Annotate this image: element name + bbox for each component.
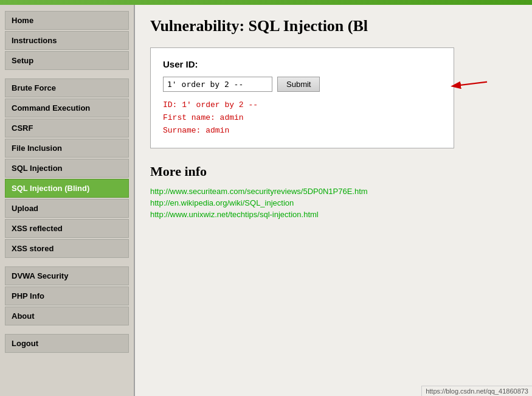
sidebar-item-dvwa-security[interactable]: DVWA Security (5, 266, 129, 285)
info-link-0[interactable]: http://www.securiteam.com/securityreview… (150, 187, 517, 196)
sidebar-section-1: Brute ForceCommand ExecutionCSRFFile Inc… (5, 78, 129, 258)
status-bar: https://blog.csdn.net/qq_41860873 (421, 386, 532, 396)
info-link-1[interactable]: http://en.wikipedia.org/wiki/SQL_injecti… (150, 198, 517, 207)
sidebar-item-command-execution[interactable]: Command Execution (5, 99, 129, 117)
arrow-indicator (447, 77, 490, 97)
sidebar-item-logout[interactable]: Logout (5, 334, 129, 353)
top-bar (0, 0, 532, 5)
info-links: http://www.securiteam.com/securityreview… (150, 187, 517, 219)
form-box: User ID: Submit ID: (150, 47, 454, 148)
sidebar-section-2: DVWA SecurityPHP InfoAbout (5, 266, 129, 325)
sidebar-item-php-info[interactable]: PHP Info (5, 287, 129, 305)
main-content: Vulnerability: SQL Injection (Bl User ID… (134, 5, 532, 396)
sidebar-section-3: Logout (5, 334, 129, 353)
sidebar-item-brute-force[interactable]: Brute Force (5, 78, 129, 97)
sidebar-item-instructions[interactable]: Instructions (5, 31, 129, 50)
sidebar-item-setup[interactable]: Setup (5, 51, 129, 70)
submit-button[interactable]: Submit (277, 77, 320, 92)
svg-line-1 (453, 82, 487, 86)
sidebar-item-home[interactable]: Home (5, 11, 129, 30)
sidebar-item-file-inclusion[interactable]: File Inclusion (5, 139, 129, 158)
more-info-title: More info (150, 164, 517, 179)
sidebar: HomeInstructionsSetupBrute ForceCommand … (0, 5, 134, 396)
sidebar-section-0: HomeInstructionsSetup (5, 11, 129, 70)
form-row: Submit (163, 77, 441, 92)
sidebar-item-sql-injection[interactable]: SQL Injection (5, 159, 129, 178)
page-title: Vulnerability: SQL Injection (Bl (150, 17, 517, 35)
result-line2: First name: admin (163, 112, 441, 125)
sidebar-item-sql-injection-blind[interactable]: SQL Injection (Blind) (5, 179, 129, 198)
result-line1: ID: 1' order by 2 -- (163, 99, 441, 112)
user-id-input[interactable] (163, 77, 272, 92)
sidebar-item-csrf[interactable]: CSRF (5, 119, 129, 137)
sidebar-item-xss-reflected[interactable]: XSS reflected (5, 219, 129, 238)
sidebar-item-xss-stored[interactable]: XSS stored (5, 239, 129, 258)
sidebar-item-upload[interactable]: Upload (5, 199, 129, 218)
sidebar-item-about[interactable]: About (5, 307, 129, 325)
form-label: User ID: (163, 59, 441, 69)
result-text: ID: 1' order by 2 -- First name: admin S… (163, 99, 441, 137)
info-link-2[interactable]: http://www.unixwiz.net/techtips/sql-inje… (150, 210, 517, 219)
result-line3: Surname: admin (163, 125, 441, 137)
